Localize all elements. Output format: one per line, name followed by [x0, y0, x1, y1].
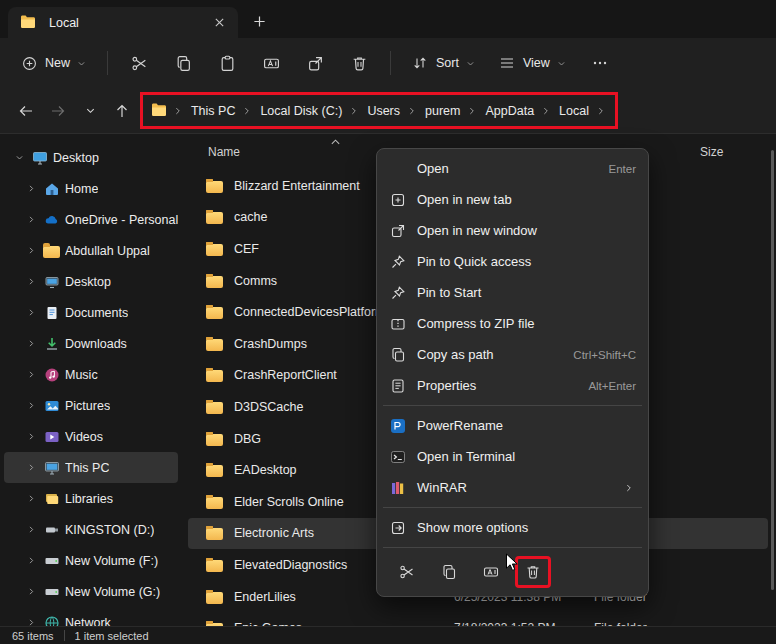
menu-item-compress-to-zip[interactable]: Compress to ZIP file	[381, 308, 644, 339]
menu-item-properties[interactable]: Properties Alt+Enter	[381, 370, 644, 401]
chevron-right-icon[interactable]	[24, 182, 38, 196]
close-tab-icon[interactable]	[208, 12, 230, 34]
breadcrumb-item-local[interactable]: Local	[554, 101, 594, 121]
menu-item-shortcut: Alt+Enter	[588, 380, 636, 392]
chevron-down-icon[interactable]	[12, 151, 26, 165]
status-selection: 1 item selected	[75, 630, 149, 642]
sidebar-item-libraries[interactable]: Libraries	[4, 483, 178, 514]
chevron-right-icon[interactable]	[242, 105, 253, 117]
chevron-right-icon[interactable]	[24, 461, 38, 475]
copy-button[interactable]	[162, 46, 204, 80]
folder-icon	[206, 244, 223, 256]
menu-item-show-more-options[interactable]: Show more options	[381, 512, 644, 543]
breadcrumb-item-purem[interactable]: purem	[420, 101, 465, 121]
chevron-right-icon[interactable]	[24, 523, 38, 537]
sidebar-item-new-volume-f[interactable]: New Volume (F:)	[4, 545, 178, 576]
sidebar-item-downloads[interactable]: Downloads	[4, 328, 178, 359]
file-name: CrashDumps	[234, 337, 307, 351]
menu-item-open-in-new-window[interactable]: Open in new window	[381, 215, 644, 246]
folder-icon	[206, 370, 223, 382]
chevron-right-icon[interactable]	[24, 399, 38, 413]
home-icon	[43, 180, 60, 197]
menu-item-label: WinRAR	[417, 480, 614, 495]
chevron-right-icon[interactable]	[24, 554, 38, 568]
chevron-right-icon[interactable]	[24, 244, 38, 258]
terminal-icon	[389, 448, 407, 466]
chevron-right-icon[interactable]	[467, 105, 478, 117]
sidebar-item-desktop-root[interactable]: Desktop	[4, 142, 178, 173]
cut-button[interactable]	[118, 46, 160, 80]
sidebar-item-music[interactable]: Music	[4, 359, 178, 390]
file-name: Comms	[234, 274, 277, 288]
zip-icon	[389, 315, 407, 333]
breadcrumb-item-users[interactable]: Users	[362, 101, 405, 121]
sidebar-item-home[interactable]: Home	[4, 173, 178, 204]
sidebar-item-new-volume-g[interactable]: New Volume (G:)	[4, 576, 178, 607]
paste-button[interactable]	[206, 46, 248, 80]
menu-item-label: Pin to Quick access	[417, 254, 626, 269]
new-tab-button[interactable]	[244, 6, 274, 36]
sidebar-item-desktop[interactable]: Desktop	[4, 266, 178, 297]
breadcrumb[interactable]: This PC Local Disk (C:) Users purem AppD…	[140, 92, 618, 129]
copy-button[interactable]	[431, 556, 467, 588]
view-button[interactable]: View	[488, 46, 577, 80]
vertical-scrollbar[interactable]	[771, 150, 774, 590]
chevron-right-icon[interactable]	[407, 105, 418, 117]
breadcrumb-item-this-pc[interactable]: This PC	[186, 101, 240, 121]
back-button[interactable]	[10, 95, 42, 127]
status-divider	[64, 630, 65, 641]
chevron-right-icon[interactable]	[24, 337, 38, 351]
sidebar-item-documents[interactable]: Documents	[4, 297, 178, 328]
menu-item-pin-to-start[interactable]: Pin to Start	[381, 277, 644, 308]
column-header-size[interactable]: Size	[700, 145, 776, 159]
menu-item-open-in-terminal[interactable]: Open in Terminal	[381, 441, 644, 472]
breadcrumb-item-appdata[interactable]: AppData	[480, 101, 539, 121]
chevron-right-icon[interactable]	[24, 585, 38, 599]
up-button[interactable]	[106, 95, 138, 127]
sidebar-item-label: Music	[65, 368, 98, 382]
chevron-right-icon[interactable]	[24, 306, 38, 320]
chevron-right-icon[interactable]	[596, 105, 607, 117]
menu-item-label: Compress to ZIP file	[417, 316, 626, 331]
chevron-right-icon[interactable]	[349, 105, 360, 117]
delete-button[interactable]	[338, 46, 380, 80]
file-name: cache	[234, 210, 267, 224]
rename-button[interactable]	[473, 556, 509, 588]
chevron-right-icon[interactable]	[24, 213, 38, 227]
menu-item-pin-to-quick-access[interactable]: Pin to Quick access	[381, 246, 644, 277]
chevron-right-icon[interactable]	[24, 430, 38, 444]
explorer-tab[interactable]: Local	[8, 7, 238, 38]
menu-item-powerrename[interactable]: PowerRename	[381, 410, 644, 441]
sidebar-item-user-folder[interactable]: Abdullah Uppal	[4, 235, 178, 266]
sidebar-item-pictures[interactable]: Pictures	[4, 390, 178, 421]
menu-item-open-in-new-tab[interactable]: Open in new tab	[381, 184, 644, 215]
sidebar-item-kingston-d[interactable]: KINGSTON (D:)	[4, 514, 178, 545]
rename-button[interactable]	[250, 46, 292, 80]
delete-button[interactable]	[515, 556, 551, 588]
sidebar-item-videos[interactable]: Videos	[4, 421, 178, 452]
menu-item-open[interactable]: Open Enter	[381, 153, 644, 184]
chevron-right-icon[interactable]	[173, 105, 184, 117]
forward-button[interactable]	[42, 95, 74, 127]
chevron-right-icon[interactable]	[541, 105, 552, 117]
more-options-button[interactable]	[579, 46, 621, 80]
recent-locations-button[interactable]	[74, 95, 106, 127]
chevron-right-icon[interactable]	[24, 275, 38, 289]
sidebar-item-this-pc[interactable]: This PC	[4, 452, 178, 483]
cut-button[interactable]	[389, 556, 425, 588]
file-name: DBG	[234, 432, 261, 446]
sort-button[interactable]: Sort	[401, 46, 486, 80]
sidebar-item-onedrive[interactable]: OneDrive - Personal	[4, 204, 178, 235]
toolbar-separator	[390, 51, 391, 75]
chevron-right-icon[interactable]	[24, 492, 38, 506]
menu-divider	[383, 507, 642, 508]
breadcrumb-item-local-disk-c[interactable]: Local Disk (C:)	[255, 101, 347, 121]
menu-item-label: Open in Terminal	[417, 449, 626, 464]
new-button[interactable]: New	[10, 46, 97, 80]
tab-bar: Local	[0, 0, 776, 38]
share-button[interactable]	[294, 46, 336, 80]
menu-item-winrar[interactable]: WinRAR	[381, 472, 644, 503]
chevron-right-icon[interactable]	[24, 368, 38, 382]
menu-item-copy-as-path[interactable]: Copy as path Ctrl+Shift+C	[381, 339, 644, 370]
pin-icon	[389, 253, 407, 271]
